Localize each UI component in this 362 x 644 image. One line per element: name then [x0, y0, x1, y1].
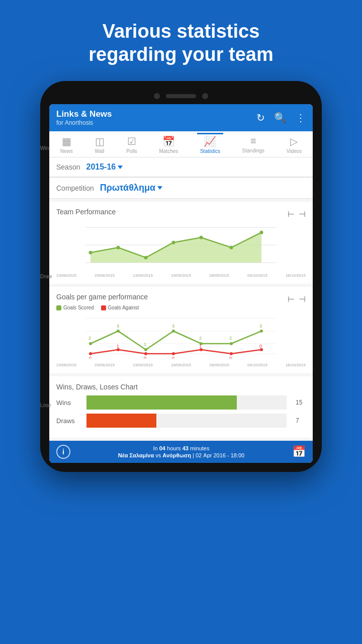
wins-bar-value: 15	[296, 399, 306, 406]
svg-text:3: 3	[259, 324, 262, 329]
season-dropdown-arrow	[118, 166, 123, 169]
news-tab-icon: ▦	[62, 135, 71, 147]
competition-label: Competition	[56, 184, 94, 192]
polls-tab-icon: ☑	[127, 135, 136, 147]
legend-against-dot	[101, 305, 106, 310]
phone-device: Links & News for Anorthosis ↻ 🔍 ⋮ ▦ News…	[40, 81, 322, 472]
wins-draws-loses-title: Wins, Draws, Loses Chart	[56, 383, 138, 391]
svg-point-25	[172, 352, 175, 355]
wins-bar-container	[86, 395, 287, 410]
svg-text:3: 3	[172, 324, 174, 329]
svg-point-20	[230, 342, 233, 345]
expand-icons: ⊢ ⊣	[288, 209, 306, 219]
draws-bar-container	[86, 414, 287, 428]
svg-point-18	[172, 330, 175, 333]
svg-point-10	[260, 231, 263, 234]
svg-text:1: 1	[144, 342, 146, 347]
tab-polls[interactable]: ☑ Polls	[123, 134, 140, 155]
bottom-notification-bar: i In 04 hours 43 minutes Νέα Σαλαμίνα vs…	[49, 441, 313, 463]
standings-tab-icon: ≡	[250, 135, 256, 147]
bottom-time-line: In 04 hours 43 minutes	[70, 445, 292, 451]
svg-point-8	[200, 236, 203, 239]
app-title-group: Links & News for Anorthosis	[56, 109, 112, 126]
performance-svg	[56, 220, 306, 270]
speaker	[166, 94, 196, 98]
statistics-tab-label: Statistics	[200, 148, 220, 154]
tab-statistics[interactable]: 📈 Statistics	[197, 133, 223, 155]
wins-bar-row: Wins 15	[56, 395, 306, 410]
performance-chart-area: Win Draw Lose	[56, 220, 306, 278]
refresh-icon[interactable]: ↻	[256, 112, 265, 124]
camera-dot-2	[202, 93, 208, 99]
tab-wall[interactable]: ◫ Wall	[92, 134, 107, 155]
draws-bar-value: 7	[296, 417, 306, 424]
performance-svg-container: 23/08/2015 29/08/2015 13/09/2015 19/09/2…	[56, 220, 306, 278]
statistics-tab-icon: 📈	[204, 135, 216, 147]
svg-text:2: 2	[229, 336, 232, 341]
svg-text:0: 0	[259, 344, 262, 349]
bottom-bar-info: In 04 hours 43 minutes Νέα Σαλαμίνα vs Α…	[70, 445, 292, 458]
season-value[interactable]: 2015-16	[86, 163, 123, 172]
svg-text:1: 1	[199, 344, 202, 349]
competition-value[interactable]: Πρωτάθλημα	[100, 183, 162, 193]
goals-expand-icons: ⊢ ⊣	[288, 294, 306, 304]
svg-point-17	[144, 348, 147, 351]
svg-text:3: 3	[117, 324, 119, 329]
goals-expand-icon-2[interactable]: ⊣	[299, 294, 306, 304]
goals-per-game-card: Goals per game performance ⊢ ⊣ Goals Sco…	[49, 287, 313, 373]
bottom-match-line: Νέα Σαλαμίνα vs Ανόρθωση | 02 Apr 2016 -…	[70, 452, 292, 458]
tab-standings[interactable]: ≡ Standings	[239, 134, 267, 155]
legend-against: Goals Against	[101, 305, 139, 310]
more-icon[interactable]: ⋮	[296, 112, 306, 124]
goals-svg: 2 3 1 3 2 2 3 0 1 0 0 1 0 0	[56, 313, 306, 359]
app-sub-title: for Anorthosis	[56, 119, 112, 126]
tab-news[interactable]: ▦ News	[57, 134, 76, 155]
tab-matches[interactable]: 📅 Matches	[156, 134, 182, 155]
expand-icon-2[interactable]: ⊣	[299, 209, 306, 219]
draws-bar-fill	[86, 414, 156, 428]
hero-title: Various statistics regarding your team	[58, 0, 303, 81]
svg-point-15	[89, 342, 92, 345]
season-label: Season	[56, 163, 80, 171]
svg-point-27	[230, 352, 233, 355]
news-tab-label: News	[60, 148, 73, 154]
svg-text:0: 0	[144, 356, 146, 359]
wins-label: Wins	[56, 399, 81, 407]
polls-tab-label: Polls	[126, 148, 137, 154]
svg-text:0: 0	[229, 356, 232, 359]
nav-tabs: ▦ News ◫ Wall ☑ Polls 📅 Matches 📈 Statis…	[49, 131, 313, 157]
matches-tab-label: Matches	[159, 148, 178, 154]
goals-legend: Goals Scored Goals Against	[56, 305, 306, 310]
goals-svg-container: 2 3 1 3 2 2 3 0 1 0 0 1 0 0 23	[56, 313, 306, 367]
x-axis-labels: 23/08/2015 29/08/2015 13/09/2015 19/09/2…	[56, 272, 306, 278]
camera-dot	[154, 93, 160, 99]
app-header: Links & News for Anorthosis ↻ 🔍 ⋮	[49, 104, 313, 131]
search-icon[interactable]: 🔍	[274, 112, 287, 124]
expand-icon-1[interactable]: ⊢	[288, 209, 295, 219]
calendar-icon[interactable]: 📅	[292, 445, 306, 458]
svg-point-4	[89, 251, 93, 255]
svg-point-6	[144, 256, 148, 260]
wins-bar-fill	[86, 395, 237, 410]
tab-videos[interactable]: ▷ Videos	[284, 134, 305, 155]
away-team: Ανόρθωση	[162, 452, 191, 458]
svg-text:0: 0	[172, 356, 174, 359]
legend-scored: Goals Scored	[56, 305, 94, 310]
phone-screen: Links & News for Anorthosis ↻ 🔍 ⋮ ▦ News…	[49, 104, 313, 463]
legend-scored-label: Goals Scored	[63, 305, 94, 310]
svg-point-7	[172, 241, 175, 245]
videos-tab-label: Videos	[287, 148, 302, 154]
svg-text:1: 1	[117, 344, 119, 349]
home-team: Νέα Σαλαμίνα	[118, 452, 154, 458]
season-selector-row[interactable]: Season 2015-16	[49, 157, 313, 177]
competition-selector-row[interactable]: Competition Πρωτάθλημα	[49, 177, 313, 199]
svg-point-24	[144, 352, 147, 355]
svg-point-21	[260, 330, 263, 333]
svg-point-16	[117, 330, 120, 333]
team-performance-title: Team Performance	[56, 208, 116, 216]
matches-tab-icon: 📅	[162, 135, 175, 147]
svg-text:0: 0	[89, 356, 92, 359]
wins-draws-loses-card: Wins, Draws, Loses Chart Wins 15 Draws 7	[49, 376, 313, 438]
goals-expand-icon-1[interactable]: ⊢	[288, 294, 295, 304]
wall-tab-icon: ◫	[95, 135, 105, 147]
